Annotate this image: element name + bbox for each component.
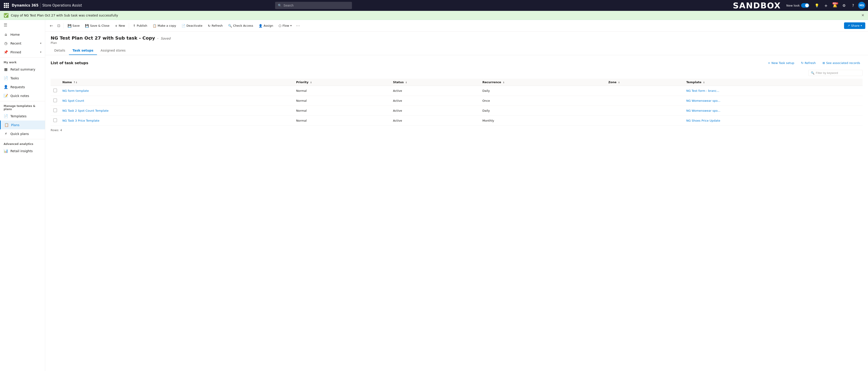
- row-template-link-2[interactable]: NG Womenswear spo...: [686, 109, 720, 112]
- save-close-label: Save & Close: [90, 24, 110, 27]
- recent-icon: ◷: [4, 41, 8, 45]
- sidebar-item-retail-summary[interactable]: ▦ Retail summary: [0, 65, 45, 74]
- assign-button[interactable]: 👤 Assign: [256, 22, 276, 29]
- new-look-toggle[interactable]: [801, 3, 809, 8]
- row-name-link-2[interactable]: NG Task 2 Spot Count Template: [62, 109, 108, 112]
- close-banner-button[interactable]: ✕: [862, 13, 864, 18]
- flow-button[interactable]: ⬡ Flow ▾: [276, 22, 294, 29]
- sidebar-item-plans[interactable]: 📋 Plans: [0, 121, 45, 129]
- see-associated-button[interactable]: ⊞ See associated records: [820, 60, 863, 66]
- help-button[interactable]: ?: [849, 1, 857, 9]
- row-checkbox-1[interactable]: [53, 99, 57, 102]
- make-copy-button[interactable]: 📋 Make a copy: [150, 22, 179, 29]
- save-close-button[interactable]: 💾 Save & Close: [83, 22, 112, 29]
- sidebar-pinned-label: Pinned: [10, 51, 38, 54]
- filter-input-container[interactable]: 🔍: [808, 70, 863, 76]
- check-access-button[interactable]: 🔍 Check Access: [225, 22, 256, 29]
- row-checkbox-2[interactable]: [53, 109, 57, 112]
- tab-details[interactable]: Details: [51, 47, 69, 55]
- table-header-row: Name ↑↓ Priority ↓ Status ↓ Recurrence: [51, 79, 863, 86]
- refresh-button[interactable]: ↻ Refresh: [205, 22, 225, 29]
- record-tabs: Details Task setups Assigned stores: [51, 47, 863, 55]
- make-copy-label: Make a copy: [158, 24, 176, 27]
- app-launcher-button[interactable]: [3, 2, 10, 9]
- filter-search-icon: 🔍: [811, 71, 814, 74]
- home-icon: ⌂: [4, 32, 8, 37]
- pinned-icon: 📌: [4, 50, 8, 54]
- th-template[interactable]: Template ↓: [684, 79, 863, 86]
- flow-icon: ⬡: [278, 24, 281, 28]
- template-sort-icon: ↓: [703, 81, 705, 84]
- row-priority-cell: Normal: [293, 106, 391, 116]
- tab-assigned-stores[interactable]: Assigned stores: [97, 47, 129, 55]
- share-icon: ↗: [847, 24, 850, 27]
- content-area: ← ⊡ 💾 Save 💾 Save & Close + New ↑ Publis…: [45, 20, 868, 371]
- new-task-setup-button[interactable]: + New Task setup: [765, 60, 797, 66]
- row-checkbox-0[interactable]: [53, 89, 57, 92]
- row-recurrence-cell: Daily: [480, 86, 606, 96]
- sidebar-item-recent[interactable]: ◷ Recent ▾: [0, 39, 45, 48]
- task-list-actions: + New Task setup ↻ Refresh ⊞ See associa…: [765, 60, 863, 66]
- sidebar-item-quick-plans[interactable]: ⚡ Quick plans: [0, 129, 45, 138]
- command-bar: ← ⊡ 💾 Save 💾 Save & Close + New ↑ Publis…: [45, 20, 868, 32]
- assign-icon: 👤: [258, 24, 262, 28]
- settings-button[interactable]: ⚙: [840, 1, 848, 9]
- see-associated-label: See associated records: [826, 61, 860, 65]
- lightbulb-icon-button[interactable]: 💡: [813, 1, 821, 9]
- cmd-separator-2: [129, 23, 129, 29]
- row-name-link-1[interactable]: NG Spot Count: [62, 99, 84, 102]
- notifications-button[interactable]: 🔔 99+: [831, 1, 839, 9]
- breadcrumb-button[interactable]: ⊡: [55, 23, 62, 29]
- rows-count: Rows: 4: [51, 128, 863, 132]
- publish-button[interactable]: ↑ Publish: [130, 22, 150, 29]
- row-template-link-1[interactable]: NG Womenswear spo...: [686, 99, 720, 102]
- th-zone[interactable]: Zone ↓: [606, 79, 684, 86]
- brand-divider: [40, 3, 40, 8]
- th-name[interactable]: Name ↑↓: [60, 79, 293, 86]
- back-button[interactable]: ←: [48, 22, 55, 29]
- table-row: NG Task 3 Price Template Normal Active M…: [51, 116, 863, 126]
- share-button[interactable]: ↗ Share ▾: [844, 22, 865, 29]
- more-options-button[interactable]: ⋯: [294, 22, 301, 29]
- row-template-link-0[interactable]: NG Test form - branc...: [686, 89, 719, 92]
- row-template-link-3[interactable]: NG Shoes Price Update: [686, 119, 720, 122]
- new-button[interactable]: + New: [112, 22, 127, 29]
- row-name-cell: NG Task 3 Price Template: [60, 116, 293, 126]
- th-status[interactable]: Status ↓: [391, 79, 480, 86]
- row-name-link-3[interactable]: NG Task 3 Price Template: [62, 119, 99, 122]
- save-button[interactable]: 💾 Save: [65, 22, 82, 29]
- sidebar-item-templates[interactable]: 📄 Templates: [0, 112, 45, 121]
- th-recurrence[interactable]: Recurrence ↓: [480, 79, 606, 86]
- new-look-label: New look: [786, 4, 800, 7]
- retail-insights-icon: 📊: [4, 149, 8, 153]
- refresh-tasks-button[interactable]: ↻ Refresh: [799, 60, 818, 66]
- task-list-title: List of task setups: [51, 61, 763, 65]
- topbar-icons: 💡 + 🔔 99+ ⚙ ? MS: [813, 1, 865, 9]
- row-checkbox-cell: [51, 116, 60, 126]
- sidebar-item-tasks[interactable]: 📄 Tasks: [0, 74, 45, 83]
- table-row: NG Spot Count Normal Active Once NG Wome…: [51, 96, 863, 106]
- row-template-cell: NG Womenswear spo...: [684, 106, 863, 116]
- sidebar-item-retail-insights[interactable]: 📊 Retail insights: [0, 147, 45, 155]
- success-message: Copy of NG Test Plan Oct 27 with Sub tas…: [11, 13, 859, 17]
- main-layout: ☰ ⌂ Home ◷ Recent ▾ 📌 Pinned ▾ My work ▦…: [0, 20, 868, 371]
- deactivate-icon: 📄: [182, 24, 185, 28]
- sidebar-item-home[interactable]: ⌂ Home: [0, 30, 45, 39]
- sidebar-hamburger[interactable]: ☰: [0, 20, 45, 30]
- sidebar-item-pinned[interactable]: 📌 Pinned ▾: [0, 48, 45, 57]
- row-template-cell: NG Test form - branc...: [684, 86, 863, 96]
- filter-keyword-input[interactable]: [816, 71, 860, 74]
- add-button[interactable]: +: [822, 1, 830, 9]
- row-checkbox-cell: [51, 96, 60, 106]
- deactivate-button[interactable]: 📄 Deactivate: [179, 22, 205, 29]
- tab-task-setups[interactable]: Task setups: [69, 47, 97, 55]
- global-search[interactable]: 🔍: [275, 2, 352, 9]
- save-icon: 💾: [68, 24, 71, 28]
- search-input[interactable]: [283, 4, 349, 7]
- row-name-link-0[interactable]: NG form template: [62, 89, 89, 92]
- row-checkbox-3[interactable]: [53, 119, 57, 122]
- user-avatar[interactable]: MS: [858, 2, 865, 9]
- th-priority[interactable]: Priority ↓: [293, 79, 391, 86]
- sidebar-item-quick-notes[interactable]: 📝 Quick notes: [0, 91, 45, 100]
- sidebar-item-requests[interactable]: 👤 Requests: [0, 83, 45, 91]
